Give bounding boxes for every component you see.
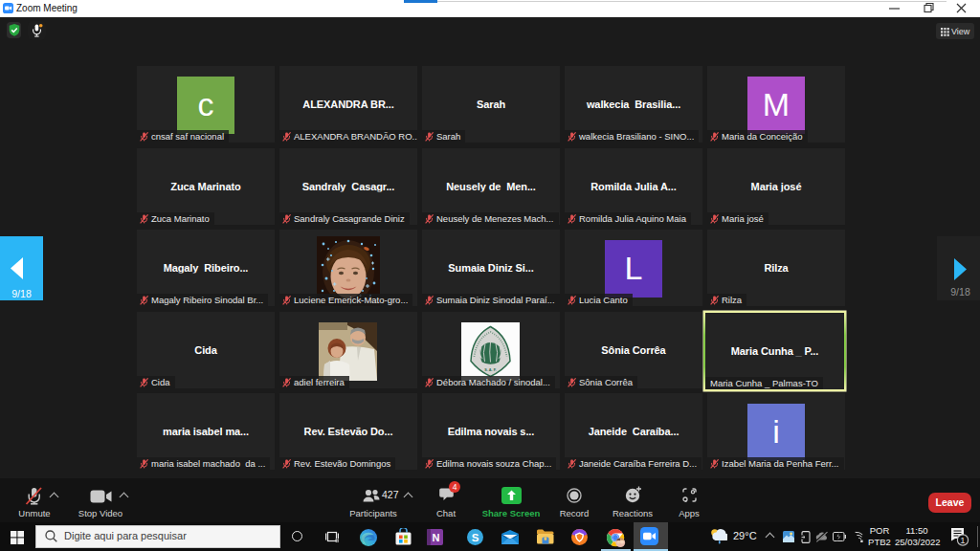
svg-text:N: N xyxy=(433,532,440,543)
svg-text:S. A. F.: S. A. F. xyxy=(484,368,496,372)
svg-text:S: S xyxy=(472,532,479,543)
svg-text:1: 1 xyxy=(960,535,965,545)
